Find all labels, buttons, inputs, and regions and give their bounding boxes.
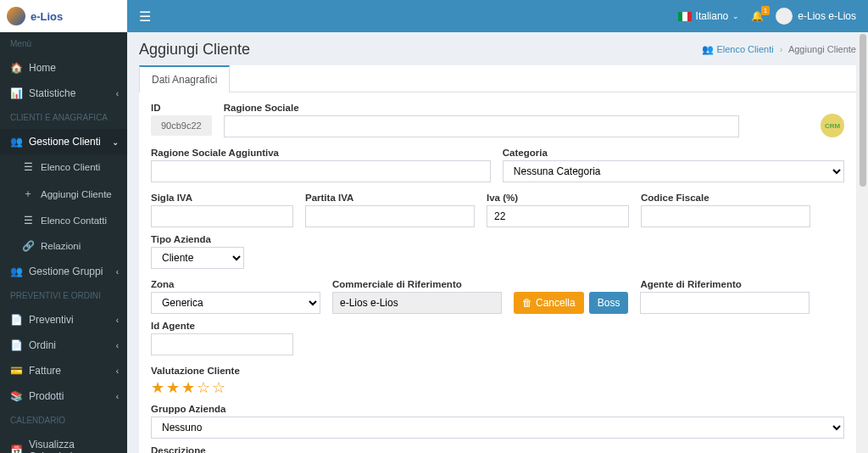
chevron-down-icon: ⌄ [112,137,119,147]
cancella-button[interactable]: 🗑Cancella [514,292,584,314]
zona-select[interactable]: Generica [151,292,320,314]
language-selector[interactable]: Italiano ⌄ [678,10,740,22]
commerciale-rif-input [332,292,502,314]
label-valutazione: Valutazione Cliente [151,366,844,376]
tipo-azienda-select[interactable]: Cliente [151,247,244,269]
sidebar-item-gestione-clienti[interactable]: 👥Gestione Clienti⌄ [0,129,127,154]
sidebar-item-prodotti[interactable]: 📚Prodotti‹ [0,383,127,409]
sidebar-item-relazioni[interactable]: 🔗Relazioni [0,233,127,259]
sidebar-item-visualizza-calendario[interactable]: 📅Visualizza Calendario [0,432,127,453]
sidebar-item-home[interactable]: 🏠Home [0,55,127,81]
users-icon: 👥 [702,44,714,54]
label-categoria: Categoria [503,148,844,158]
logo-text: e-Lios [31,10,63,23]
agente-rif-input[interactable] [640,292,810,314]
sidebar-section-preventivi: PREVENTIVI E ORDINI [0,284,127,307]
book-icon: 📚 [10,390,22,402]
chevron-left-icon: ‹ [116,316,119,325]
user-menu[interactable]: e-Lios e-Lios [776,8,856,25]
content: Aggiungi Cliente 👥 Elenco Clienti › Aggi… [127,32,868,453]
label-codice-fiscale: Codice Fiscale [641,193,810,203]
file-icon: 📄 [10,314,22,326]
card-icon: 💳 [10,365,22,377]
label-tipo-azienda: Tipo Azienda [151,234,244,244]
partita-iva-input[interactable] [305,205,475,227]
breadcrumb-root[interactable]: Elenco Clienti [716,44,773,54]
sidebar-item-preventivi[interactable]: 📄Preventivi‹ [0,307,127,333]
chevron-left-icon: ‹ [116,366,119,376]
rating-stars[interactable]: ★★★☆☆ [151,378,844,397]
scrollbar-thumb[interactable] [860,34,866,187]
sidebar-section-menu: Menù [0,32,127,55]
breadcrumb-current: Aggiungi Cliente [788,44,856,54]
logo[interactable]: e-Lios [0,0,127,32]
sigla-iva-input[interactable] [151,205,293,227]
label-id-agente: Id Agente [151,321,293,331]
sidebar-item-elenco-clienti[interactable]: ☰Elenco Clienti [0,154,127,180]
id-value: 90cb9c22 [151,115,212,136]
label-commerciale-rif: Commerciale di Riferimento [332,279,502,289]
chevron-down-icon: ⌄ [732,12,739,20]
trash-icon: 🗑 [522,297,532,309]
users-icon: 👥 [10,136,22,148]
categoria-select[interactable]: Nessuna Categoria [503,160,844,182]
sidebar-item-fatture[interactable]: 💳Fatture‹ [0,358,127,383]
sidebar-item-elenco-contatti[interactable]: ☰Elenco Contatti [0,208,127,233]
label-ragione-sociale-agg: Ragione Sociale Aggiuntiva [151,148,491,158]
plus-icon: ＋ [22,187,34,201]
ragione-sociale-agg-input[interactable] [151,160,491,182]
notifications-button[interactable]: 🔔 1 [751,10,764,22]
logo-icon [7,7,25,25]
vertical-scrollbar[interactable] [858,32,868,453]
home-icon: 🏠 [10,62,22,74]
calendar-icon: 📅 [10,445,22,453]
page-title: Aggiungi Cliente [139,41,250,59]
boss-button[interactable]: Boss [589,292,629,314]
file-icon: 📄 [10,339,22,351]
label-zona: Zona [151,279,320,289]
label-iva-pct: Iva (%) [487,193,629,203]
sidebar-item-ordini[interactable]: 📄Ordini‹ [0,333,127,358]
id-agente-input[interactable] [151,333,293,355]
sidebar-section-clienti: CLIENTI E ANAGRAFICA [0,106,127,129]
group-icon: 👥 [10,266,22,277]
breadcrumb: 👥 Elenco Clienti › Aggiungi Cliente [702,44,856,55]
label-partita-iva: Partita IVA [305,193,475,203]
sidebar-item-aggiungi-cliente[interactable]: ＋Aggiungi Cliente [0,180,127,208]
gruppo-azienda-select[interactable]: Nessuno [151,417,844,439]
avatar-icon [776,8,793,25]
sidebar-item-gestione-gruppi[interactable]: 👥Gestione Gruppi‹ [0,259,127,284]
tab-dati-anagrafici[interactable]: Dati Anagrafici [139,65,230,92]
chevron-left-icon: ‹ [116,341,119,350]
ragione-sociale-input[interactable] [224,115,739,137]
sidebar-section-calendario: CALENDARIO [0,409,127,432]
flag-it-icon [678,12,692,21]
sidebar-item-statistiche[interactable]: 📊Statistiche‹ [0,81,127,106]
sidebar: e-Lios Menù 🏠Home 📊Statistiche‹ CLIENTI … [0,0,127,453]
list-icon: ☰ [22,161,34,173]
chart-icon: 📊 [10,87,22,99]
topbar: ☰ Italiano ⌄ 🔔 1 e-Lios e-Lios [127,0,868,32]
label-ragione-sociale: Ragione Sociale [224,103,739,113]
chevron-left-icon: ‹ [116,89,119,98]
codice-fiscale-input[interactable] [641,205,810,227]
label-agente-rif: Agente di Riferimento [640,279,810,289]
label-descrizione: Descrizione [151,445,844,453]
chevron-left-icon: ‹ [116,267,119,277]
list-icon: ☰ [22,215,34,226]
link-icon: 🔗 [22,240,34,252]
label-id: ID [151,103,212,113]
notification-badge: 1 [761,6,770,15]
iva-pct-input[interactable] [487,205,629,227]
crm-badge[interactable]: CRM [821,114,844,137]
sidebar-toggle[interactable]: ☰ [139,8,151,25]
chevron-left-icon: ‹ [116,392,119,401]
label-gruppo-azienda: Gruppo Azienda [151,404,844,414]
label-sigla-iva: Sigla IVA [151,193,293,203]
